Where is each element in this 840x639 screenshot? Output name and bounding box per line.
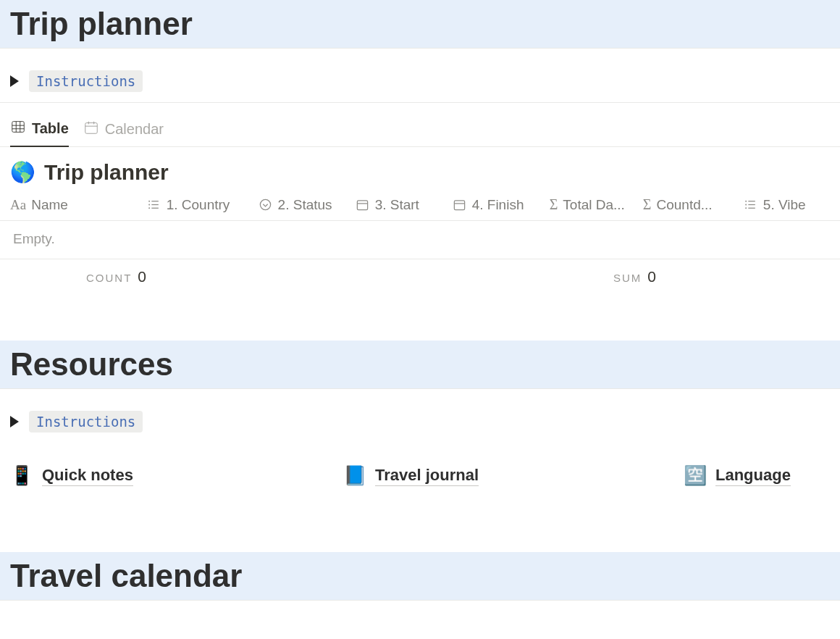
svg-point-15 (260, 199, 270, 209)
aggregate-count[interactable]: COUNT 0 (86, 268, 146, 285)
tab-calendar-label: Calendar (105, 121, 164, 138)
svg-rect-0 (12, 122, 25, 133)
link-travel-journal-label: Travel journal (375, 466, 479, 486)
aggregate-sum[interactable]: SUM 0 (613, 268, 656, 285)
column-country-label: 1. Country (167, 197, 230, 213)
link-quick-notes-label: Quick notes (42, 466, 133, 486)
instructions-chip: Instructions (29, 411, 143, 433)
toggle-instructions-1[interactable]: Instructions (0, 64, 840, 103)
svg-point-12 (149, 201, 150, 201)
calendar-icon (83, 120, 99, 139)
date-icon (453, 198, 467, 212)
section-header-travel-calendar: Travel calendar (0, 552, 840, 601)
svg-point-24 (746, 204, 747, 205)
aggregate-count-label: COUNT (86, 272, 132, 284)
select-icon (259, 198, 273, 212)
text-property-icon: Aa (10, 197, 26, 213)
view-tabs: Table Calendar (0, 103, 840, 147)
heading-trip-planner: Trip planner (10, 6, 830, 42)
database-title-row: 🌎 Trip planner (0, 147, 840, 191)
table-footer: COUNT 0 SUM 0 (0, 259, 840, 290)
section-header-resources: Resources (0, 341, 840, 389)
aggregate-sum-label: SUM (613, 272, 642, 284)
language-icon: 🈳 (684, 464, 707, 487)
aggregate-count-value: 0 (138, 268, 146, 285)
svg-rect-18 (455, 201, 465, 210)
notebook-icon: 📘 (343, 464, 366, 487)
svg-rect-5 (85, 122, 98, 133)
globe-icon: 🌎 (10, 162, 35, 183)
column-countdown-label: Countd... (656, 197, 712, 213)
formula-icon: Σ (550, 196, 558, 213)
column-status[interactable]: 2. Status (259, 197, 356, 213)
heading-travel-calendar: Travel calendar (10, 558, 830, 594)
link-quick-notes[interactable]: 📱 Quick notes (10, 464, 343, 487)
link-language-label: Language (715, 466, 791, 486)
column-vibe[interactable]: 5. Vibe (744, 197, 830, 213)
phone-icon: 📱 (10, 464, 33, 487)
table-icon (10, 119, 26, 138)
column-start-label: 3. Start (375, 197, 419, 213)
column-name-label: Name (31, 197, 68, 213)
column-finish-label: 4. Finish (472, 197, 524, 213)
column-total-label: Total Da... (563, 197, 625, 213)
svg-point-13 (149, 204, 150, 205)
column-vibe-label: 5. Vibe (763, 197, 806, 213)
column-status-label: 2. Status (278, 197, 332, 213)
table-empty-row[interactable]: Empty. (0, 221, 840, 259)
instructions-chip: Instructions (29, 70, 143, 92)
svg-point-23 (746, 201, 747, 201)
database-title[interactable]: Trip planner (44, 160, 169, 185)
multiselect-icon (744, 198, 758, 212)
link-travel-journal[interactable]: 📘 Travel journal (343, 464, 684, 487)
column-countdown[interactable]: Σ Countd... (643, 196, 744, 213)
resource-links: 📱 Quick notes 📘 Travel journal 🈳 Languag… (0, 443, 840, 523)
link-language[interactable]: 🈳 Language (684, 464, 830, 487)
svg-point-25 (746, 208, 747, 209)
formula-icon: Σ (643, 196, 652, 213)
column-name[interactable]: Aa Name (10, 197, 147, 213)
section-header-trip-planner: Trip planner (0, 0, 840, 49)
column-total-days[interactable]: Σ Total Da... (550, 196, 643, 213)
tab-calendar[interactable]: Calendar (83, 119, 164, 146)
column-start[interactable]: 3. Start (356, 197, 453, 213)
multiselect-icon (147, 198, 161, 212)
toggle-arrow-icon[interactable] (10, 75, 19, 87)
svg-rect-16 (358, 201, 368, 210)
column-country[interactable]: 1. Country (147, 197, 259, 213)
toggle-instructions-2[interactable]: Instructions (0, 405, 840, 443)
tab-table-label: Table (32, 120, 69, 137)
svg-point-14 (149, 208, 150, 209)
column-finish[interactable]: 4. Finish (453, 197, 550, 213)
heading-resources: Resources (10, 346, 830, 383)
toggle-arrow-icon[interactable] (10, 416, 19, 427)
aggregate-sum-value: 0 (647, 268, 656, 285)
table-header: Aa Name 1. Country 2. Status 3. Start 4.… (0, 191, 840, 221)
tab-table[interactable]: Table (10, 119, 69, 147)
date-icon (356, 198, 370, 212)
